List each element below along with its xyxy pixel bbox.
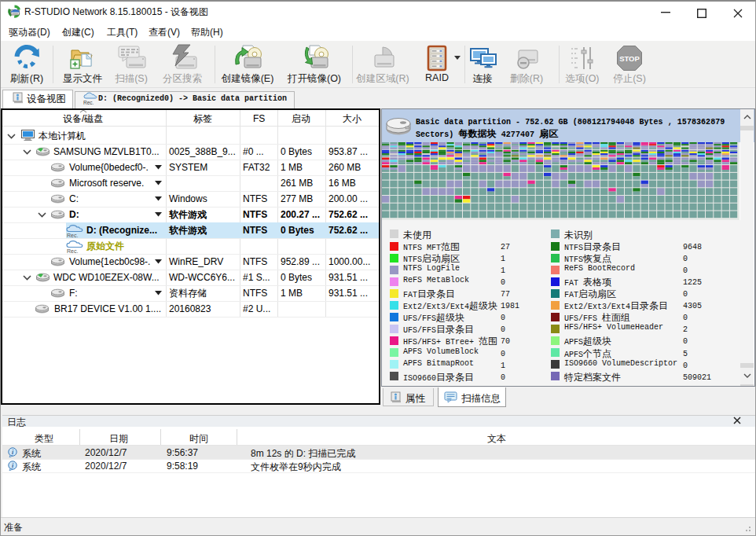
svg-text:Rec.: Rec. xyxy=(67,233,78,238)
svg-text:Rec.: Rec. xyxy=(67,248,78,254)
svg-text:Rec.: Rec. xyxy=(83,100,94,105)
svg-text:STOP: STOP xyxy=(619,54,640,63)
